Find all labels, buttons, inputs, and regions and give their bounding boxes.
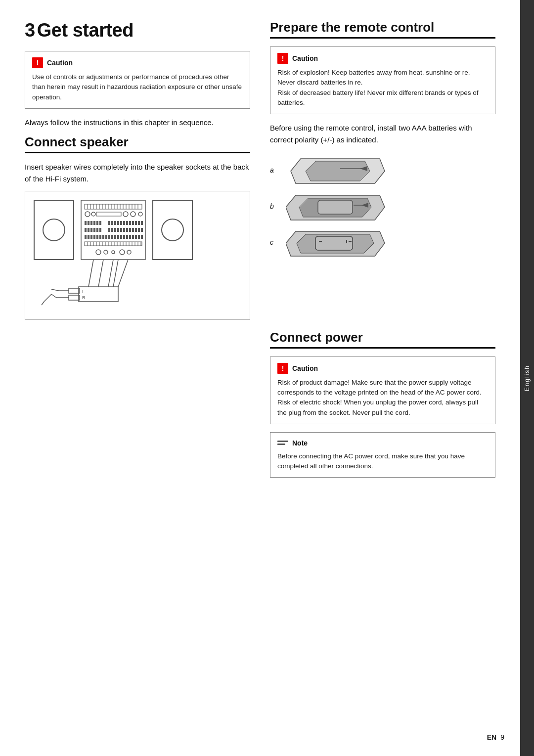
svg-rect-43 <box>135 221 137 225</box>
svg-rect-30 <box>90 221 92 225</box>
svg-rect-64 <box>85 235 87 239</box>
speaker-diagram: L R <box>25 191 250 320</box>
note-label: Note <box>292 439 308 447</box>
battery-a-svg <box>286 154 390 186</box>
svg-rect-70 <box>102 235 104 239</box>
svg-rect-44 <box>138 221 140 225</box>
right-column: Prepare the remote control ! Caution Ris… <box>270 20 495 320</box>
svg-rect-60 <box>132 228 134 232</box>
svg-rect-82 <box>138 235 140 239</box>
left-caution-text: Use of controls or adjustments or perfor… <box>32 72 243 102</box>
right-body-text: Before using the remote control, install… <box>270 122 495 146</box>
svg-line-115 <box>118 260 128 287</box>
battery-c-svg <box>286 226 390 258</box>
svg-rect-109 <box>153 200 192 260</box>
right-caution-label: Caution <box>292 54 318 62</box>
svg-rect-45 <box>141 221 143 225</box>
svg-point-110 <box>162 219 183 241</box>
right-caution-box: ! Caution Risk of explosion! Keep batter… <box>270 46 495 114</box>
connect-power-title: Connect power <box>270 330 495 349</box>
svg-rect-46 <box>85 228 87 232</box>
svg-rect-56 <box>120 228 122 232</box>
footer-page: 9 <box>500 733 504 741</box>
svg-rect-81 <box>135 235 137 239</box>
svg-line-113 <box>108 260 113 287</box>
svg-rect-119 <box>69 288 80 293</box>
svg-text:R: R <box>82 295 86 300</box>
battery-a-label: a <box>270 166 278 174</box>
svg-point-26 <box>131 212 135 217</box>
svg-point-106 <box>112 251 115 254</box>
svg-rect-75 <box>117 235 119 239</box>
battery-row-c: c <box>270 226 390 258</box>
svg-point-1 <box>43 219 65 241</box>
page-container: English 3 Get started ! Caution <box>0 0 534 756</box>
left-body-text: Always follow the instructions in this c… <box>25 117 250 129</box>
right-caution-header: ! Caution <box>277 53 488 64</box>
svg-line-125 <box>44 294 51 302</box>
svg-rect-41 <box>129 221 131 225</box>
svg-rect-78 <box>126 235 128 239</box>
battery-row-a: a <box>270 154 390 186</box>
svg-point-22 <box>85 212 90 217</box>
svg-rect-36 <box>114 221 116 225</box>
left-caution-label: Caution <box>47 59 73 67</box>
svg-rect-84 <box>85 242 142 246</box>
svg-rect-63 <box>141 228 143 232</box>
battery-b-svg <box>286 190 390 222</box>
svg-rect-68 <box>96 235 98 239</box>
svg-rect-54 <box>114 228 116 232</box>
main-content: 3 Get started ! Caution Use of controls … <box>0 0 520 756</box>
svg-rect-76 <box>120 235 122 239</box>
svg-point-108 <box>127 250 131 254</box>
svg-rect-73 <box>111 235 113 239</box>
power-caution-icon: ! <box>277 363 288 374</box>
note-header: Note <box>277 439 488 447</box>
svg-rect-120 <box>69 295 80 300</box>
svg-rect-58 <box>126 228 128 232</box>
svg-rect-32 <box>96 221 98 225</box>
svg-rect-47 <box>88 228 89 232</box>
note-icon <box>277 439 288 447</box>
svg-point-104 <box>96 250 101 255</box>
svg-rect-52 <box>108 228 110 232</box>
svg-line-126 <box>42 302 44 305</box>
svg-rect-74 <box>114 235 116 239</box>
left-column: 3 Get started ! Caution Use of controls … <box>25 20 250 320</box>
prepare-title: Prepare the remote control <box>270 20 495 39</box>
svg-rect-28 <box>85 221 87 225</box>
side-tab: English <box>520 0 534 756</box>
svg-rect-62 <box>138 228 140 232</box>
speaker-svg: L R <box>29 195 197 314</box>
svg-rect-34 <box>108 221 110 225</box>
svg-point-105 <box>104 250 108 254</box>
svg-rect-39 <box>123 221 125 225</box>
bottom-right: Connect power ! Caution Risk of product … <box>270 330 495 478</box>
bottom-left <box>25 330 250 478</box>
svg-point-23 <box>91 212 95 216</box>
svg-rect-24 <box>96 212 121 216</box>
svg-rect-71 <box>105 235 107 239</box>
left-caution-header: ! Caution <box>32 57 243 68</box>
svg-text:L: L <box>82 289 85 294</box>
svg-line-123 <box>51 294 56 298</box>
chapter-title-name: Get started <box>37 20 134 41</box>
battery-diagrams: a <box>270 154 495 258</box>
svg-rect-29 <box>88 221 89 225</box>
svg-rect-83 <box>141 235 143 239</box>
svg-rect-3 <box>85 204 142 209</box>
svg-rect-79 <box>129 235 131 239</box>
svg-rect-67 <box>93 235 95 239</box>
note-icon-line-2 <box>277 444 285 445</box>
power-caution-box: ! Caution Risk of product damage! Make s… <box>270 356 495 424</box>
side-tab-text: English <box>524 365 531 391</box>
battery-b-label: b <box>270 202 278 210</box>
left-caution-icon: ! <box>32 57 43 68</box>
svg-point-27 <box>138 212 142 216</box>
svg-rect-0 <box>34 200 74 260</box>
svg-rect-40 <box>126 221 128 225</box>
svg-rect-133 <box>318 200 353 214</box>
right-caution-text: Risk of explosion! Keep batteries away f… <box>277 68 488 108</box>
svg-point-107 <box>120 250 125 255</box>
note-box: Note Before connecting the AC power cord… <box>270 432 495 478</box>
